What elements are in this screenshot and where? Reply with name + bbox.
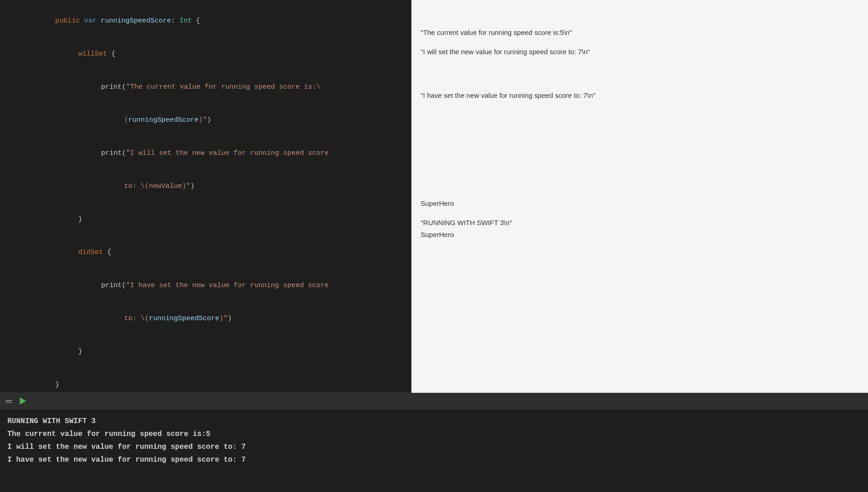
code-line-1: public var runningSpeedScore: Int { xyxy=(0,5,411,38)
svg-rect-0 xyxy=(6,400,12,401)
output-line-2: "I will set the new value for running sp… xyxy=(421,46,590,58)
collapse-icon[interactable] xyxy=(5,397,13,405)
console-line-2: The current value for running speed scor… xyxy=(7,428,861,441)
output-panel: "The current value for running speed sco… xyxy=(411,0,868,393)
console-line-1: RUNNING WITH SWIFT 3 xyxy=(7,415,861,428)
console-divider xyxy=(0,393,868,409)
code-area: public var runningSpeedScore: Int { will… xyxy=(0,0,868,393)
code-line-11: } xyxy=(0,335,411,368)
console-line-3: I will set the new value for running spe… xyxy=(7,441,861,453)
code-line-6: to: \(newValue)") xyxy=(0,170,411,203)
output-line-3: "I have set the new value for running sp… xyxy=(421,90,595,102)
code-line-2: willSet { xyxy=(0,38,411,71)
output-line-5: "RUNNING WITH SWIFT 3\n" xyxy=(421,217,512,229)
play-triangle-icon xyxy=(20,397,26,405)
output-line-4: SuperHero xyxy=(421,198,454,209)
code-line-3: print("The current value for running spe… xyxy=(0,71,411,104)
output-line-1: "The current value for running speed sco… xyxy=(421,27,572,39)
svg-rect-1 xyxy=(6,402,12,403)
console-line-4: I have set the new value for running spe… xyxy=(7,453,861,466)
code-line-12: } xyxy=(0,368,411,393)
code-line-4: (runningSpeedScore)") xyxy=(0,104,411,137)
code-line-7: } xyxy=(0,203,411,236)
main-container: public var runningSpeedScore: Int { will… xyxy=(0,0,868,492)
console-output: RUNNING WITH SWIFT 3 The current value f… xyxy=(0,409,868,492)
code-line-8: didSet { xyxy=(0,236,411,269)
code-line-5: print("I will set the new value for runn… xyxy=(0,137,411,170)
output-line-6: SuperHero xyxy=(421,229,454,241)
code-line-10: to: \(runningSpeedScore)") xyxy=(0,302,411,335)
play-button[interactable] xyxy=(17,396,29,407)
code-editor[interactable]: public var runningSpeedScore: Int { will… xyxy=(0,0,411,393)
code-line-9: print("I have set the new value for runn… xyxy=(0,269,411,302)
